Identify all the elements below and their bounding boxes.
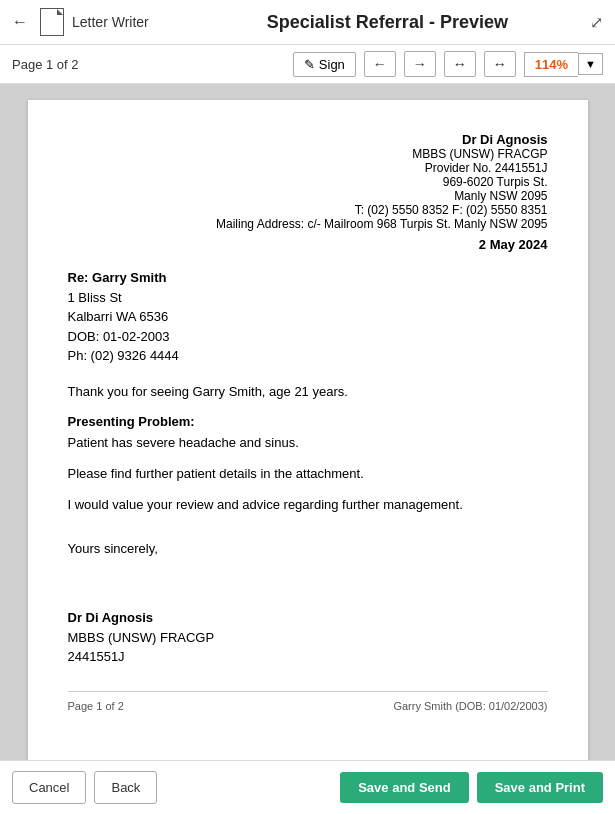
advice-text: I would value your review and advice reg… [68, 495, 548, 516]
footer-page: Page 1 of 2 [68, 700, 124, 712]
doctor-name: Dr Di Agnosis [68, 132, 548, 147]
sig-provider: 2441551J [68, 647, 548, 667]
document-footer: Page 1 of 2 Garry Smith (DOB: 01/02/2003… [68, 691, 548, 712]
page-title: Specialist Referral - Preview [267, 12, 508, 33]
bottom-bar: Cancel Back Save and Send Save and Print [0, 760, 615, 814]
greeting-text: Thank you for seeing Garry Smith, age 21… [68, 382, 548, 403]
letter-body: Thank you for seeing Garry Smith, age 21… [68, 382, 548, 561]
doctor-mailing: Mailing Address: c/- Mailroom 968 Turpis… [68, 217, 548, 231]
top-bar: ← Letter Writer Specialist Referral - Pr… [0, 0, 615, 45]
back-button[interactable]: Back [94, 771, 157, 804]
doctor-header: Dr Di Agnosis MBBS (UNSW) FRACGP Provide… [68, 132, 548, 231]
recipient-dob: DOB: 01-02-2003 [68, 327, 548, 347]
bottom-left-actions: Cancel Back [12, 771, 157, 804]
sign-button[interactable]: ✎ Sign [293, 52, 356, 77]
fit-button[interactable]: ↔ [484, 51, 516, 77]
sign-label: Sign [319, 57, 345, 72]
further-details-text: Please find further patient details in t… [68, 464, 548, 485]
doctor-phone: T: (02) 5550 8352 F: (02) 5550 8351 [68, 203, 548, 217]
bottom-right-actions: Save and Send Save and Print [340, 772, 603, 803]
presenting-heading: Presenting Problem: [68, 414, 195, 429]
doctor-address1: 969-6020 Turpis St. [68, 175, 548, 189]
footer-patient: Garry Smith (DOB: 01/02/2003) [393, 700, 547, 712]
re-line: Re: Garry Smith [68, 268, 548, 288]
document-icon [40, 8, 64, 36]
prev-page-button[interactable]: ← [364, 51, 396, 77]
sig-name: Dr Di Agnosis [68, 608, 548, 628]
presenting-section: Presenting Problem: Patient has severe h… [68, 412, 548, 454]
toolbar: Page 1 of 2 ✎ Sign ← → ↔ ↔ 114% ▼ [0, 45, 615, 84]
document-area[interactable]: Dr Di Agnosis MBBS (UNSW) FRACGP Provide… [0, 84, 615, 760]
top-bar-left: ← Letter Writer [12, 8, 149, 36]
recipient-block: Re: Garry Smith 1 Bliss St Kalbarri WA 6… [68, 268, 548, 366]
recipient-address2: Kalbarri WA 6536 [68, 307, 548, 327]
presenting-text: Patient has severe headache and sinus. [68, 435, 299, 450]
letter-date: 2 May 2024 [68, 237, 548, 252]
expand-icon[interactable]: ⤢ [590, 13, 603, 32]
document-page: Dr Di Agnosis MBBS (UNSW) FRACGP Provide… [28, 100, 588, 760]
signature-block: Dr Di Agnosis MBBS (UNSW) FRACGP 2441551… [68, 608, 548, 667]
doctor-credentials: MBBS (UNSW) FRACGP [68, 147, 548, 161]
back-arrow-icon[interactable]: ← [12, 13, 28, 31]
doctor-provider: Provider No. 2441551J [68, 161, 548, 175]
swap-button[interactable]: ↔ [444, 51, 476, 77]
sig-credentials: MBBS (UNSW) FRACGP [68, 628, 548, 648]
next-page-button[interactable]: → [404, 51, 436, 77]
page-indicator: Page 1 of 2 [12, 57, 285, 72]
zoom-area: 114% ▼ [524, 52, 603, 77]
cancel-button[interactable]: Cancel [12, 771, 86, 804]
app-title: Letter Writer [72, 14, 149, 30]
save-and-print-button[interactable]: Save and Print [477, 772, 603, 803]
save-and-send-button[interactable]: Save and Send [340, 772, 468, 803]
pen-icon: ✎ [304, 57, 315, 72]
recipient-phone: Ph: (02) 9326 4444 [68, 346, 548, 366]
recipient-address1: 1 Bliss St [68, 288, 548, 308]
doctor-address2: Manly NSW 2095 [68, 189, 548, 203]
zoom-value: 114% [524, 52, 578, 77]
closing-text: Yours sincerely, [68, 539, 548, 560]
zoom-dropdown-button[interactable]: ▼ [578, 53, 603, 75]
